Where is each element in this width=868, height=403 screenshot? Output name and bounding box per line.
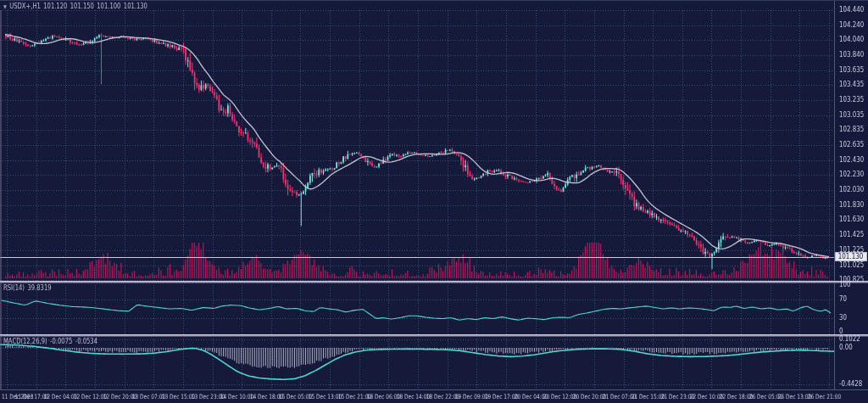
time-tick-label: 19 Dec 17:00 <box>485 393 518 400</box>
rsi-tick-label: 70 <box>839 295 847 303</box>
price-tick-label: 102.635 <box>839 141 864 148</box>
price-chart-canvas[interactable] <box>0 0 868 403</box>
time-tick-label: 14 Dec 10:00 <box>220 393 253 400</box>
price-tick-label: 104.040 <box>839 36 864 43</box>
time-tick-label: 12 Dec 04:00 <box>44 393 77 400</box>
price-tick-label: 101.630 <box>839 215 864 223</box>
time-tick-label: 20 Dec 12:00 <box>543 393 576 400</box>
macd-tick-label: -0.4428 <box>839 380 862 388</box>
time-tick-label: 26 Dec 13:00 <box>778 393 811 400</box>
panel-resize-separator-macd[interactable] <box>0 334 868 337</box>
rsi-tick-label: 100 <box>839 281 850 288</box>
time-tick-label: 26 Dec 21:00 <box>808 393 841 400</box>
macd-indicator-label: MACD(12,26,9) -0.0075 -0.0534 <box>3 338 97 345</box>
trading-chart-window: ▼ USDX+,H1 101.120 101.150 101.100 101.1… <box>0 0 868 403</box>
time-tick-label: 13 Dec 15:00 <box>162 393 195 400</box>
chart-title: ▼ USDX+,H1 101.120 101.150 101.100 101.1… <box>3 3 147 10</box>
time-tick-label: 15 Dec 05:00 <box>279 393 312 400</box>
macd-name: MACD(12,26,9) <box>3 338 47 345</box>
time-tick-label: 19 Dec 09:00 <box>455 393 488 400</box>
symbol-timeframe: USDX+,H1 <box>9 3 40 10</box>
rsi-value: 39.8319 <box>27 284 51 292</box>
time-tick-label: 20 Dec 20:00 <box>573 393 606 400</box>
price-axis[interactable]: 104.440104.240104.040103.840103.635103.4… <box>834 0 868 390</box>
high-value: 101.150 <box>70 3 94 10</box>
price-tick-label: 103.435 <box>839 81 864 88</box>
price-tick-label: 103.235 <box>839 96 864 104</box>
panel-resize-separator-rsi[interactable] <box>0 281 868 283</box>
time-tick-label: 22 Dec 18:00 <box>720 393 753 400</box>
collapse-chevron-icon[interactable]: ▼ <box>3 3 7 10</box>
time-tick-label: 18 Dec 14:00 <box>397 393 430 400</box>
time-tick-label: 15 Dec 13:00 <box>309 393 342 400</box>
rsi-tick-label: 30 <box>839 314 847 322</box>
rsi-indicator-label: RSI(14) 39.8319 <box>3 284 52 292</box>
macd-main-value: -0.0075 <box>50 338 72 345</box>
price-tick-label: 103.840 <box>839 51 864 59</box>
close-value: 101.130 <box>124 3 147 10</box>
time-axis[interactable]: 11 Dec 202311 Dec 17:0012 Dec 04:0012 De… <box>0 390 868 403</box>
price-tick-label: 101.830 <box>839 201 864 209</box>
price-tick-label: 101.425 <box>839 231 864 238</box>
price-tick-label: 104.440 <box>839 6 864 14</box>
price-tick-label: 101.025 <box>839 261 864 269</box>
time-tick-label: 22 Dec 10:00 <box>690 393 723 400</box>
time-tick-label: 18 Dec 06:00 <box>367 393 400 400</box>
current-price-tag: 101.130 <box>835 252 867 261</box>
time-tick-label: 12 Dec 12:00 <box>74 393 107 400</box>
low-value: 101.100 <box>97 3 120 10</box>
time-tick-label: 21 Dec 15:00 <box>632 393 665 400</box>
time-tick-label: 13 Dec 07:00 <box>132 393 165 400</box>
price-tick-label: 103.035 <box>839 111 864 119</box>
price-tick-label: 102.430 <box>839 156 864 164</box>
macd-tick-label: 0.00 <box>839 344 853 351</box>
price-tick-label: 103.635 <box>839 66 864 74</box>
macd-signal-value: -0.0534 <box>75 338 97 345</box>
price-tick-label: 102.230 <box>839 171 864 178</box>
macd-tick-label: 0.1022 <box>839 335 860 343</box>
price-tick-label: 102.835 <box>839 126 864 133</box>
rsi-name: RSI(14) <box>3 284 25 292</box>
time-tick-label: 13 Dec 23:00 <box>191 393 224 400</box>
price-tick-label: 104.240 <box>839 21 864 29</box>
open-value: 101.120 <box>43 3 67 10</box>
price-tick-label: 102.030 <box>839 186 864 193</box>
time-tick-label: 21 Dec 07:00 <box>602 393 635 400</box>
rsi-tick-label: 0 <box>839 327 843 335</box>
